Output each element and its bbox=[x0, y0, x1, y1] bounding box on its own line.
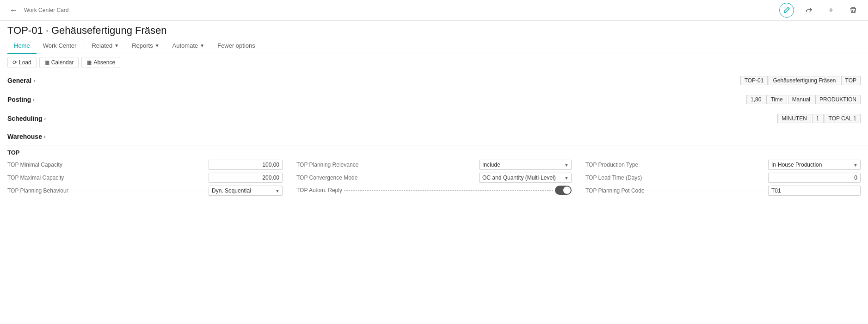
planning-behaviour-select[interactable]: Dyn. Sequential bbox=[209, 186, 283, 196]
calendar-button[interactable]: ▦ Calendar bbox=[39, 57, 79, 68]
calendar-icon: ▦ bbox=[44, 59, 49, 66]
nav-tabs: Home Work Center Related ▼ Reports ▼ Aut… bbox=[0, 38, 868, 54]
top-col1: TOP Minimal Capacity TOP Maximal Capacit… bbox=[7, 160, 283, 199]
field-minimal-capacity: TOP Minimal Capacity bbox=[7, 160, 283, 170]
minimal-capacity-label: TOP Minimal Capacity bbox=[7, 162, 62, 168]
tab-home[interactable]: Home bbox=[7, 38, 37, 54]
maximal-capacity-input[interactable] bbox=[209, 173, 283, 183]
chevron-right-icon: › bbox=[33, 78, 35, 83]
lead-time-input[interactable] bbox=[768, 173, 861, 183]
convergence-mode-select[interactable]: OC and Quantity (Multi-Level) bbox=[479, 173, 572, 183]
production-type-select[interactable]: In-House Production bbox=[768, 160, 861, 170]
breadcrumb: Work Center Card bbox=[24, 7, 68, 13]
general-section-header[interactable]: General › TOP-01 Gehäusefertigung Fräsen… bbox=[0, 71, 868, 90]
tag-manual: Manual bbox=[788, 95, 814, 104]
production-type-label: TOP Production Type bbox=[585, 162, 638, 168]
tag-produktion: PRODUKTION bbox=[815, 95, 861, 104]
posting-section-title: Posting › bbox=[7, 96, 35, 103]
field-autom-reply: TOP Autom. Reply bbox=[296, 186, 572, 195]
absence-label: Absence bbox=[93, 59, 115, 66]
top-bar-left: ← Work Center Card bbox=[7, 5, 68, 16]
calendar-label: Calendar bbox=[51, 59, 74, 66]
tag-top: TOP bbox=[841, 76, 861, 85]
plus-icon: + bbox=[829, 6, 834, 15]
field-planning-behaviour: TOP Planning Behaviour Dyn. Sequential ▼ bbox=[7, 186, 283, 196]
toolbar-icons: + bbox=[779, 3, 861, 18]
minimal-capacity-input[interactable] bbox=[209, 160, 283, 170]
top-col3: TOP Production Type In-House Production … bbox=[585, 160, 861, 199]
edit-button[interactable] bbox=[779, 3, 794, 18]
planning-pot-code-input[interactable] bbox=[768, 186, 861, 196]
planning-relevance-dots bbox=[360, 165, 477, 165]
field-maximal-capacity: TOP Maximal Capacity bbox=[7, 173, 283, 183]
absence-button[interactable]: ▦ Absence bbox=[81, 57, 120, 68]
add-button[interactable]: + bbox=[824, 3, 838, 18]
tag-time: Time bbox=[766, 95, 787, 104]
delete-button[interactable] bbox=[846, 3, 861, 18]
maximal-capacity-label: TOP Maximal Capacity bbox=[7, 174, 64, 181]
tab-fewer-options[interactable]: Fewer options bbox=[211, 38, 262, 54]
lead-time-dots bbox=[644, 178, 766, 178]
autom-reply-dots bbox=[344, 190, 553, 191]
tag-one: 1 bbox=[812, 114, 824, 123]
planning-behaviour-label: TOP Planning Behaviour bbox=[7, 187, 68, 194]
field-production-type: TOP Production Type In-House Production … bbox=[585, 160, 861, 170]
chevron-right-icon: › bbox=[44, 116, 46, 121]
planning-behaviour-dots bbox=[70, 191, 207, 191]
tag-top01: TOP-01 bbox=[740, 76, 768, 85]
tab-related[interactable]: Related ▼ bbox=[85, 38, 125, 54]
load-icon: ⟳ bbox=[12, 59, 17, 66]
page-title: TOP-01 · Gehäusefertigung Fräsen bbox=[7, 25, 861, 37]
chevron-right-icon: › bbox=[33, 97, 35, 102]
lead-time-label: TOP Lead Time (Days) bbox=[585, 174, 642, 181]
chevron-right-icon: › bbox=[44, 134, 46, 139]
tab-reports[interactable]: Reports ▼ bbox=[125, 38, 166, 54]
autom-reply-toggle[interactable] bbox=[555, 186, 572, 195]
tag-180: 1,80 bbox=[746, 95, 765, 104]
field-planning-relevance: TOP Planning Relevance Include ▼ bbox=[296, 160, 572, 170]
scheduling-section-header[interactable]: Scheduling › MINUTEN 1 TOP CAL 1 bbox=[0, 109, 868, 128]
field-lead-time: TOP Lead Time (Days) bbox=[585, 173, 861, 183]
share-button[interactable] bbox=[801, 3, 816, 18]
content: General › TOP-01 Gehäusefertigung Fräsen… bbox=[0, 71, 868, 200]
top-fields-grid: TOP Minimal Capacity TOP Maximal Capacit… bbox=[7, 160, 861, 199]
load-button[interactable]: ⟳ Load bbox=[7, 57, 37, 68]
page-header: TOP-01 · Gehäusefertigung Fräsen bbox=[0, 21, 868, 38]
load-label: Load bbox=[19, 59, 31, 66]
tab-automate[interactable]: Automate ▼ bbox=[166, 38, 211, 54]
autom-reply-label: TOP Autom. Reply bbox=[296, 187, 342, 193]
convergence-mode-label: TOP Convergence Mode bbox=[296, 174, 357, 181]
scheduling-section-title: Scheduling › bbox=[7, 115, 46, 122]
tag-topcal1: TOP CAL 1 bbox=[825, 114, 861, 123]
posting-section-tags: 1,80 Time Manual PRODUKTION bbox=[746, 95, 861, 104]
chevron-down-icon: ▼ bbox=[200, 43, 204, 48]
convergence-mode-dots bbox=[359, 178, 477, 178]
planning-pot-code-dots bbox=[646, 191, 766, 191]
posting-section-header[interactable]: Posting › 1,80 Time Manual PRODUKTION bbox=[0, 90, 868, 109]
tag-minuten: MINUTEN bbox=[777, 114, 811, 123]
field-convergence-mode: TOP Convergence Mode OC and Quantity (Mu… bbox=[296, 173, 572, 183]
sub-nav: ⟳ Load ▦ Calendar ▦ Absence bbox=[0, 54, 868, 71]
chevron-down-icon: ▼ bbox=[114, 43, 119, 48]
field-planning-pot-code: TOP Planning Pot Code bbox=[585, 186, 861, 196]
minimal-capacity-dots bbox=[64, 165, 207, 165]
warehouse-section-header[interactable]: Warehouse › bbox=[0, 128, 868, 145]
scheduling-section-tags: MINUTEN 1 TOP CAL 1 bbox=[777, 114, 861, 123]
warehouse-section-title: Warehouse › bbox=[7, 133, 46, 140]
general-section-title: General › bbox=[7, 77, 35, 84]
planning-pot-code-label: TOP Planning Pot Code bbox=[585, 187, 645, 194]
chevron-down-icon: ▼ bbox=[155, 43, 160, 48]
back-button[interactable]: ← bbox=[7, 5, 19, 16]
maximal-capacity-dots bbox=[66, 178, 207, 178]
toggle-thumb bbox=[563, 187, 571, 194]
planning-relevance-select[interactable]: Include bbox=[479, 160, 572, 170]
general-section-tags: TOP-01 Gehäusefertigung Fräsen TOP bbox=[740, 76, 861, 85]
top-bar: ← Work Center Card + bbox=[0, 0, 868, 21]
production-type-dots bbox=[640, 165, 766, 165]
top-section: TOP TOP Minimal Capacity TOP Maximal Cap… bbox=[0, 145, 868, 200]
absence-icon: ▦ bbox=[86, 59, 92, 66]
nav-separator-1 bbox=[84, 42, 84, 50]
planning-relevance-label: TOP Planning Relevance bbox=[296, 162, 358, 168]
tab-workcenter[interactable]: Work Center bbox=[37, 38, 83, 54]
top-section-title: TOP bbox=[7, 149, 861, 156]
